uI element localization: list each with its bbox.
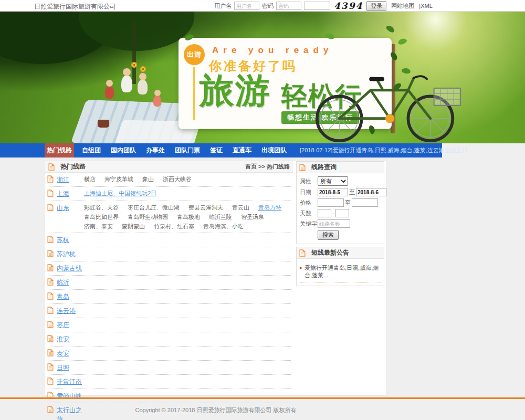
document-icon — [48, 163, 55, 171]
sub-routes: 横店海宁皮革城象山浙西大峡谷 — [84, 175, 291, 183]
banner-english-line: Are you ready — [212, 45, 333, 56]
region-link[interactable]: 浙江 — [57, 175, 84, 184]
captcha-input[interactable] — [304, 2, 330, 10]
nav-item-5[interactable]: 签证 — [208, 143, 225, 158]
notice-item[interactable]: ▸爱旅行开通青岛,日照,威海,烟台,蓬莱... — [300, 264, 381, 282]
breadcrumb[interactable]: 首页 >> 热门线路 — [245, 163, 290, 171]
topbar: 日照爱旅行国际旅游有限公司 用户名 密码 4394 登录 网站地图 |XML — [0, 0, 525, 12]
page: 日照爱旅行国际旅游有限公司 用户名 密码 4394 登录 网站地图 |XML — [0, 0, 525, 420]
person-figure — [138, 80, 148, 94]
nav-items: 热门线路自组团国内团队办事处团队门票签证直通车出境团队 — [45, 143, 295, 158]
news-ticker[interactable]: [2018-07-12]爱旅行开通青岛,日照,威海,烟台,蓬莱,连云港金品五日.… — [300, 146, 472, 154]
sub-route-link[interactable]: 青岛方特 — [258, 204, 281, 212]
hero-banner: 出游 Are you ready 你准备好了吗 旅游 轻松行 畅想生活 欢乐旅行 — [0, 12, 525, 143]
login-area: 用户名 密码 4394 登录 网站地图 |XML — [214, 1, 433, 10]
sitemap-link[interactable]: 网站地图 — [391, 2, 414, 10]
captcha-image[interactable]: 4394 — [333, 1, 364, 11]
password-input[interactable] — [276, 2, 301, 10]
person-figure — [123, 68, 131, 76]
nav-item-6[interactable]: 直通车 — [230, 143, 254, 158]
nav-item-4[interactable]: 团队门票 — [173, 143, 202, 158]
sub-route-text: 彩虹谷、天谷 — [84, 204, 119, 212]
login-button[interactable]: 登录 — [366, 1, 386, 11]
document-icon — [47, 278, 54, 286]
person-figure — [105, 86, 114, 99]
travel-badge: 出游 — [184, 44, 205, 65]
sub-route-text: 青岛野生动物园 — [128, 213, 168, 221]
tree-trunk — [132, 21, 136, 84]
sub-route-text: 济南、泰安 — [84, 223, 113, 230]
region-link[interactable]: 非常江南 — [57, 377, 84, 386]
search-button[interactable]: 搜索 — [318, 230, 339, 240]
document-icon — [47, 321, 54, 328]
sub-route-text: 象山 — [142, 175, 154, 183]
route-row: 上海上海迪士尼、中国馆纯玩2日 — [47, 187, 291, 201]
keyword-input[interactable] — [318, 219, 350, 228]
panel-title: 热门线路 — [60, 162, 86, 171]
person-figure — [153, 96, 161, 107]
sub-route-text: 费县云瀑洞天 — [188, 204, 223, 212]
badge-line — [193, 67, 195, 120]
keyword-label: 关键字 — [300, 220, 318, 228]
password-label: 密码 — [262, 2, 274, 10]
price-from-input[interactable] — [318, 198, 344, 207]
nav-item-7[interactable]: 出境团队 — [259, 143, 289, 158]
region-link[interactable]: 爱尚山峡 — [57, 392, 84, 401]
sub-route-text: 浙西大峡谷 — [163, 175, 192, 183]
document-icon — [47, 204, 54, 211]
sub-route-text: 青岛海滨、小吃 — [203, 223, 244, 230]
sub-route-text: 临沂兰陵 — [209, 213, 232, 221]
route-list: 浙江横店海宁皮革城象山浙西大峡谷上海上海迪士尼、中国馆纯玩2日山东彩虹谷、天谷枣… — [45, 173, 293, 420]
route-search-panel: 线路查询 属性 所有 日期 至 价格 — [296, 161, 384, 244]
document-icon — [47, 335, 54, 342]
date-from-input[interactable] — [318, 188, 348, 196]
region-link[interactable]: 淮安 — [57, 335, 84, 344]
region-link[interactable]: 枣庄 — [57, 321, 84, 330]
sub-routes: 彩虹谷、天谷枣庄台儿庄、微山湖费县云瀑洞天青云山青岛方特青岛比如世界青岛野生动物… — [84, 204, 291, 230]
route-row: 日照 — [47, 361, 291, 375]
nav-item-2[interactable]: 国内团队 — [109, 143, 138, 158]
region-link[interactable]: 上海 — [57, 190, 84, 198]
route-row: 内蒙古线 — [47, 261, 291, 276]
region-link[interactable]: 内蒙古线 — [57, 264, 84, 273]
notice-panel: 短线最新公告 ▸爱旅行开通青岛,日照,威海,烟台,蓬莱... — [296, 247, 384, 286]
nav-item-3[interactable]: 办事处 — [144, 143, 167, 158]
price-to-input[interactable] — [352, 198, 378, 207]
document-icon — [299, 249, 306, 257]
route-row: 山东彩虹谷、天谷枣庄台儿庄、微山湖费县云瀑洞天青云山青岛方特青岛比如世界青岛野生… — [47, 201, 291, 233]
main-navigation: 热门线路自组团国内团队办事处团队门票签证直通车出境团队 [2018-07-12]… — [0, 143, 442, 158]
sunflower — [140, 66, 146, 72]
region-link[interactable]: 苏杭 — [57, 236, 84, 245]
route-row: 浙江横店海宁皮革城象山浙西大峡谷 — [47, 173, 291, 187]
nav-item-0[interactable]: 热门线路 — [45, 143, 74, 158]
region-link[interactable]: 临沂 — [57, 278, 84, 287]
footer: Copyright © 2017-2018 日照爱旅行国际旅游有限公司 版权所有 — [45, 406, 387, 414]
nav-item-1[interactable]: 自组团 — [80, 143, 103, 158]
days-from-input[interactable] — [318, 209, 331, 217]
hot-routes-panel: 热门线路 首页 >> 热门线路 浙江横店海宁皮革城象山浙西大峡谷上海上海迪士尼、… — [45, 161, 293, 396]
date-label: 日期 — [300, 188, 318, 196]
region-link[interactable]: 青岛 — [57, 292, 84, 301]
days-to-input[interactable] — [335, 209, 349, 217]
region-link[interactable]: 山东 — [57, 204, 84, 213]
region-link[interactable]: 泰安 — [57, 349, 84, 358]
xml-link[interactable]: |XML — [419, 3, 432, 9]
region-link[interactable]: 连云港 — [57, 307, 84, 316]
region-link[interactable]: 苏沪杭 — [57, 250, 84, 259]
route-row: 非常江南 — [47, 375, 291, 389]
attribute-select[interactable]: 所有 — [318, 176, 348, 186]
document-icon — [47, 250, 54, 257]
sunflower — [131, 62, 137, 68]
panel-title: 线路查询 — [311, 163, 337, 172]
date-to-input[interactable] — [356, 188, 386, 196]
sub-route-text: 蒙阴蒙山 — [122, 223, 145, 230]
region-link[interactable]: 日照 — [57, 363, 84, 372]
sub-route-text: 青岛极地 — [177, 213, 200, 221]
arrow-bullet-icon: ▸ — [300, 264, 302, 271]
sub-route-link[interactable]: 上海迪士尼、中国馆纯玩2日 — [84, 190, 156, 197]
banner-title-main: 旅游 — [200, 67, 271, 114]
username-input[interactable] — [234, 2, 259, 10]
route-row: 连云港 — [47, 304, 291, 318]
attribute-label: 属性 — [300, 177, 318, 185]
sub-route-text: 海宁皮革城 — [104, 175, 133, 183]
